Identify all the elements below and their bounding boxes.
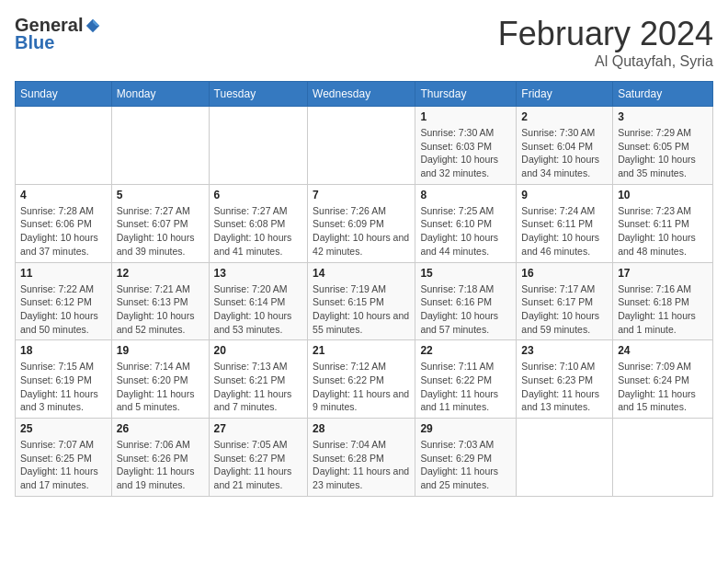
logo-icon [85,17,101,34]
day-number: 19 [117,344,204,357]
calendar-cell: 26Sunrise: 7:06 AM Sunset: 6:26 PM Dayli… [111,419,209,497]
day-number: 13 [214,267,302,280]
calendar-cell: 11Sunrise: 7:22 AM Sunset: 6:12 PM Dayli… [16,262,112,340]
calendar-cell: 4Sunrise: 7:28 AM Sunset: 6:06 PM Daylig… [16,184,112,262]
week-row-3: 11Sunrise: 7:22 AM Sunset: 6:12 PM Dayli… [16,262,713,340]
day-number: 8 [420,189,511,201]
day-number: 24 [618,344,708,357]
day-number: 25 [20,422,107,435]
day-info: Sunrise: 7:03 AM Sunset: 6:29 PM Dayligh… [420,438,511,492]
logo-blue-text: Blue [15,32,54,53]
calendar-cell: 16Sunrise: 7:17 AM Sunset: 6:17 PM Dayli… [517,262,613,340]
calendar-table: SundayMondayTuesdayWednesdayThursdayFrid… [15,81,713,497]
title-block: February 2024 Al Qutayfah, Syria [498,15,713,70]
day-info: Sunrise: 7:14 AM Sunset: 6:20 PM Dayligh… [117,360,204,414]
day-info: Sunrise: 7:21 AM Sunset: 6:13 PM Dayligh… [117,282,204,337]
day-number: 22 [420,344,511,357]
day-number: 16 [521,267,608,280]
calendar-cell: 2Sunrise: 7:30 AM Sunset: 6:04 PM Daylig… [517,107,613,185]
day-info: Sunrise: 7:17 AM Sunset: 6:17 PM Dayligh… [521,282,608,337]
month-title: February 2024 [498,15,713,53]
day-number: 2 [521,110,608,123]
day-number: 14 [313,267,410,280]
day-info: Sunrise: 7:30 AM Sunset: 6:04 PM Dayligh… [521,126,608,180]
calendar-cell: 28Sunrise: 7:04 AM Sunset: 6:28 PM Dayli… [308,419,415,497]
day-info: Sunrise: 7:04 AM Sunset: 6:28 PM Dayligh… [313,438,410,492]
day-number: 26 [117,422,204,435]
logo: General Blue [15,15,101,53]
calendar-cell: 21Sunrise: 7:12 AM Sunset: 6:22 PM Dayli… [308,340,415,419]
calendar-cell: 15Sunrise: 7:18 AM Sunset: 6:16 PM Dayli… [415,262,517,340]
calendar-cell: 20Sunrise: 7:13 AM Sunset: 6:21 PM Dayli… [209,340,307,419]
calendar-cell: 27Sunrise: 7:05 AM Sunset: 6:27 PM Dayli… [209,419,307,497]
calendar-cell: 3Sunrise: 7:29 AM Sunset: 6:05 PM Daylig… [613,107,713,185]
day-info: Sunrise: 7:12 AM Sunset: 6:22 PM Dayligh… [313,360,410,414]
day-info: Sunrise: 7:20 AM Sunset: 6:14 PM Dayligh… [214,282,302,337]
day-number: 10 [618,189,708,201]
calendar-cell [517,419,613,497]
day-number: 12 [117,267,204,280]
day-info: Sunrise: 7:23 AM Sunset: 6:11 PM Dayligh… [618,204,708,259]
calendar-cell [111,107,209,185]
day-header-wednesday: Wednesday [308,82,415,107]
day-info: Sunrise: 7:06 AM Sunset: 6:26 PM Dayligh… [117,438,204,492]
day-number: 17 [618,267,708,280]
day-header-monday: Monday [111,82,209,107]
day-info: Sunrise: 7:28 AM Sunset: 6:06 PM Dayligh… [20,204,107,259]
calendar-cell: 29Sunrise: 7:03 AM Sunset: 6:29 PM Dayli… [415,419,517,497]
week-row-1: 1Sunrise: 7:30 AM Sunset: 6:03 PM Daylig… [16,107,713,185]
day-info: Sunrise: 7:18 AM Sunset: 6:16 PM Dayligh… [420,282,511,337]
day-header-saturday: Saturday [613,82,713,107]
day-info: Sunrise: 7:15 AM Sunset: 6:19 PM Dayligh… [20,360,107,414]
day-info: Sunrise: 7:10 AM Sunset: 6:23 PM Dayligh… [521,360,608,414]
day-number: 27 [214,422,302,435]
calendar-cell [613,419,713,497]
day-info: Sunrise: 7:16 AM Sunset: 6:18 PM Dayligh… [618,282,708,337]
calendar-cell: 7Sunrise: 7:26 AM Sunset: 6:09 PM Daylig… [308,184,415,262]
day-number: 28 [313,422,410,435]
calendar-cell: 25Sunrise: 7:07 AM Sunset: 6:25 PM Dayli… [16,419,112,497]
day-info: Sunrise: 7:22 AM Sunset: 6:12 PM Dayligh… [20,282,107,337]
calendar-header-row: SundayMondayTuesdayWednesdayThursdayFrid… [16,82,713,107]
day-info: Sunrise: 7:26 AM Sunset: 6:09 PM Dayligh… [313,204,410,259]
day-info: Sunrise: 7:27 AM Sunset: 6:07 PM Dayligh… [117,204,204,259]
calendar-cell: 5Sunrise: 7:27 AM Sunset: 6:07 PM Daylig… [111,184,209,262]
day-number: 9 [521,189,608,201]
calendar-cell: 10Sunrise: 7:23 AM Sunset: 6:11 PM Dayli… [613,184,713,262]
day-number: 11 [20,267,107,280]
calendar-cell [16,107,112,185]
day-number: 23 [521,344,608,357]
calendar-cell: 18Sunrise: 7:15 AM Sunset: 6:19 PM Dayli… [16,340,112,419]
calendar-cell: 1Sunrise: 7:30 AM Sunset: 6:03 PM Daylig… [415,107,517,185]
day-info: Sunrise: 7:19 AM Sunset: 6:15 PM Dayligh… [313,282,410,337]
calendar-cell: 14Sunrise: 7:19 AM Sunset: 6:15 PM Dayli… [308,262,415,340]
day-number: 1 [420,110,511,123]
day-number: 7 [313,189,410,201]
day-info: Sunrise: 7:29 AM Sunset: 6:05 PM Dayligh… [618,126,708,180]
week-row-2: 4Sunrise: 7:28 AM Sunset: 6:06 PM Daylig… [16,184,713,262]
location-text: Al Qutayfah, Syria [498,53,713,70]
day-number: 5 [117,189,204,201]
calendar-cell [308,107,415,185]
day-info: Sunrise: 7:05 AM Sunset: 6:27 PM Dayligh… [214,438,302,492]
day-info: Sunrise: 7:07 AM Sunset: 6:25 PM Dayligh… [20,438,107,492]
day-number: 20 [214,344,302,357]
day-header-thursday: Thursday [415,82,517,107]
week-row-4: 18Sunrise: 7:15 AM Sunset: 6:19 PM Dayli… [16,340,713,419]
calendar-cell: 24Sunrise: 7:09 AM Sunset: 6:24 PM Dayli… [613,340,713,419]
day-number: 29 [420,422,511,435]
day-header-tuesday: Tuesday [209,82,307,107]
calendar-cell: 19Sunrise: 7:14 AM Sunset: 6:20 PM Dayli… [111,340,209,419]
day-info: Sunrise: 7:30 AM Sunset: 6:03 PM Dayligh… [420,126,511,180]
calendar-cell: 12Sunrise: 7:21 AM Sunset: 6:13 PM Dayli… [111,262,209,340]
day-info: Sunrise: 7:09 AM Sunset: 6:24 PM Dayligh… [618,360,708,414]
calendar-cell: 22Sunrise: 7:11 AM Sunset: 6:22 PM Dayli… [415,340,517,419]
day-info: Sunrise: 7:11 AM Sunset: 6:22 PM Dayligh… [420,360,511,414]
calendar-cell: 9Sunrise: 7:24 AM Sunset: 6:11 PM Daylig… [517,184,613,262]
day-number: 18 [20,344,107,357]
day-number: 4 [20,189,107,201]
calendar-cell: 8Sunrise: 7:25 AM Sunset: 6:10 PM Daylig… [415,184,517,262]
day-header-friday: Friday [517,82,613,107]
day-number: 6 [214,189,302,201]
calendar-cell: 17Sunrise: 7:16 AM Sunset: 6:18 PM Dayli… [613,262,713,340]
